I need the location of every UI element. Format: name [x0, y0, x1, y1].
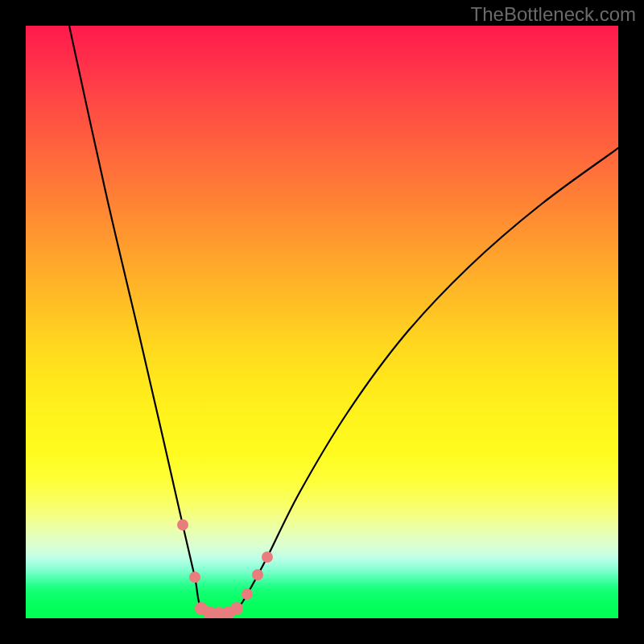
marker-dot — [189, 572, 200, 583]
marker-dot — [230, 602, 243, 615]
marker-dot — [252, 569, 263, 580]
marker-dot — [177, 519, 188, 530]
marker-dot — [242, 588, 253, 600]
watermark-text: TheBottleneck.com — [471, 3, 636, 26]
plot-area — [26, 26, 618, 618]
bottleneck-curve — [69, 26, 618, 613]
curve-markers — [177, 519, 273, 618]
curve-svg — [26, 26, 618, 618]
marker-dot — [262, 551, 273, 563]
outer-frame: TheBottleneck.com — [0, 0, 644, 644]
